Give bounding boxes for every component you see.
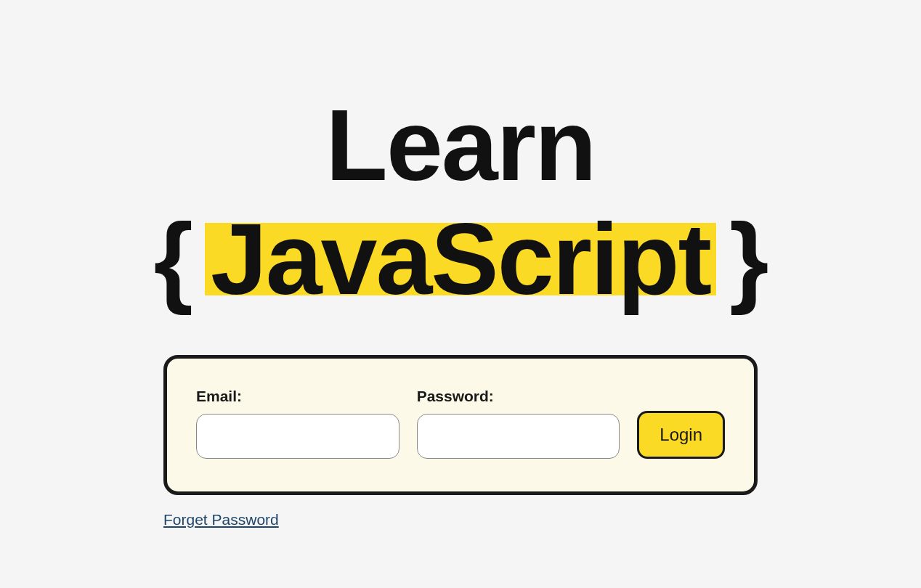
forgot-password-link[interactable]: Forget Password: [163, 511, 279, 528]
password-field-group: Password:: [417, 388, 620, 459]
logo: Learn { JavaScript }: [153, 94, 767, 315]
email-field-group: Email:: [196, 388, 399, 459]
logo-highlighted: JavaScript: [205, 223, 716, 296]
logo-line1: Learn: [153, 94, 767, 196]
login-button[interactable]: Login: [637, 411, 725, 459]
logo-line2: { JavaScript }: [153, 203, 767, 315]
password-label: Password:: [417, 388, 620, 405]
brace-close-icon: }: [729, 203, 767, 315]
password-input[interactable]: [417, 414, 620, 459]
forgot-password-container: Forget Password: [163, 511, 758, 528]
email-input[interactable]: [196, 414, 399, 459]
brace-open-icon: {: [153, 203, 191, 315]
login-card: Email: Password: Login: [163, 355, 758, 495]
email-label: Email:: [196, 388, 399, 405]
